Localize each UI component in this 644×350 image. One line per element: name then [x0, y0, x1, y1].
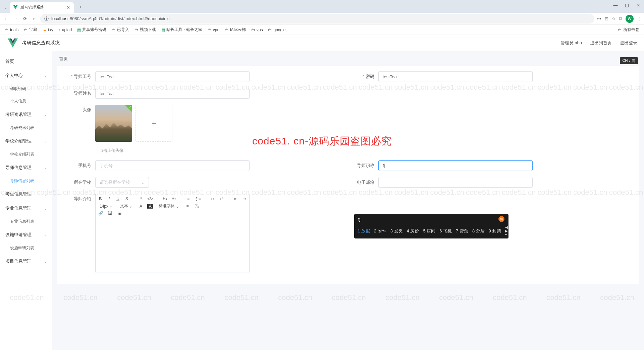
- strike-icon[interactable]: S: [124, 196, 129, 201]
- ime-candidate[interactable]: 4 房价: [407, 228, 419, 234]
- reload-button[interactable]: ⟳: [21, 15, 28, 22]
- list-ordered-icon[interactable]: ≡: [186, 196, 191, 201]
- browser-tab[interactable]: 后台管理系统 ✕: [10, 2, 74, 13]
- superscript-icon[interactable]: x²: [218, 196, 224, 201]
- ime-candidate[interactable]: 8 分居: [472, 228, 485, 234]
- name-input[interactable]: [95, 88, 250, 99]
- sidebar-sub-facility-list[interactable]: 设施申请列表: [0, 242, 52, 254]
- home-button[interactable]: ⌂: [31, 15, 38, 22]
- sidebar-sub-school-list[interactable]: 学校介绍列表: [0, 148, 52, 161]
- align-icon[interactable]: ≡: [184, 204, 191, 209]
- exit-to-home[interactable]: 退出到首页: [590, 40, 612, 46]
- ime-candidate[interactable]: 3 发夹: [390, 228, 403, 234]
- sidebar-sub-teacher-list[interactable]: 导师信息列表: [0, 175, 52, 187]
- clear-format-icon[interactable]: Tₓ: [194, 204, 200, 209]
- logout-button[interactable]: 退出登录: [620, 40, 637, 46]
- minimize-button[interactable]: —: [612, 3, 619, 8]
- video-icon[interactable]: ▣: [116, 211, 122, 216]
- password-input[interactable]: [378, 71, 533, 82]
- ime-candidate[interactable]: 6 飞机: [439, 228, 452, 234]
- ime-brand-icon: 狗: [498, 216, 504, 222]
- font-type-select[interactable]: 文本 ⌄: [118, 203, 135, 209]
- bookmark-item[interactable]: 🗀宝藏: [22, 26, 39, 33]
- sidebar-item-home[interactable]: 首页: [0, 54, 52, 69]
- font-family-select[interactable]: 标准字体 ⌄: [157, 203, 181, 209]
- editor-content[interactable]: [96, 218, 249, 272]
- quote-icon[interactable]: ❝: [139, 196, 144, 201]
- all-bookmarks[interactable]: 🗀所有书签: [616, 26, 641, 33]
- ime-candidate[interactable]: 7 费劲: [456, 228, 468, 234]
- title-input[interactable]: [378, 160, 533, 171]
- bookmark-icon[interactable]: ☆: [612, 16, 616, 21]
- ime-candidate[interactable]: 5 房间: [423, 228, 435, 234]
- bookmark-item[interactable]: ↑uplod: [57, 27, 74, 33]
- ime-page-nav[interactable]: ◀ ▶ ▾: [505, 225, 508, 236]
- ime-candidate[interactable]: 9 封禁: [489, 228, 501, 234]
- bookmark-item[interactable]: 🗀google: [266, 27, 287, 33]
- close-tab-icon[interactable]: ✕: [66, 5, 71, 10]
- bold-icon[interactable]: B: [98, 196, 103, 201]
- profile-avatar[interactable]: W: [626, 15, 634, 23]
- new-tab-button[interactable]: +: [76, 2, 85, 11]
- forward-button[interactable]: →: [12, 15, 19, 22]
- avatar-upload-button[interactable]: +: [136, 105, 172, 142]
- list-bullet-icon[interactable]: ⋮≡: [195, 196, 201, 201]
- font-size-select[interactable]: 14px ⌄: [98, 204, 115, 209]
- sidebar-item-student[interactable]: 考生信息管理⌄: [0, 187, 52, 201]
- sidebar-item-major[interactable]: 专业信息管理⌄: [0, 201, 52, 215]
- indent-left-icon[interactable]: ⇤: [233, 196, 238, 201]
- url-text: localhost:8080/ssmAg4LG/admin/dist/index…: [51, 16, 170, 21]
- sidebar-item-teacher[interactable]: 导师信息管理⌄: [0, 161, 52, 175]
- sidebar-item-school[interactable]: 学校介绍管理⌄: [0, 134, 52, 148]
- key-icon[interactable]: ⊶: [597, 16, 601, 21]
- maximize-button[interactable]: ▢: [624, 3, 630, 8]
- ime-candidate[interactable]: 1 放假: [358, 228, 370, 234]
- bookmark-item[interactable]: ▤共享账号密码: [75, 26, 108, 33]
- bookmark-item[interactable]: 🗀已导入: [110, 26, 131, 33]
- extensions-icon[interactable]: ⧉: [619, 16, 622, 21]
- sidebar-item-facility[interactable]: 设施申请管理⌄: [0, 228, 52, 242]
- h1-icon[interactable]: H₁: [162, 196, 168, 201]
- underline-icon[interactable]: U: [115, 196, 120, 201]
- user-label[interactable]: 管理员 abo: [560, 40, 582, 46]
- subscript-icon[interactable]: x₂: [210, 196, 215, 201]
- text-color-icon[interactable]: A: [138, 204, 144, 209]
- bookmark-item[interactable]: 🗀tools: [3, 27, 20, 33]
- qr-icon[interactable]: ⊡: [605, 16, 608, 21]
- code-icon[interactable]: </>: [147, 196, 153, 201]
- image-icon[interactable]: 🖼: [107, 211, 113, 216]
- h2-icon[interactable]: H₂: [171, 196, 176, 201]
- bookmark-item[interactable]: 🗀vps: [249, 27, 265, 33]
- menu-icon[interactable]: ⋮: [637, 16, 641, 21]
- bookmark-item[interactable]: ▤站长工具 - 站长之家: [159, 26, 204, 33]
- link-icon[interactable]: 🔗: [98, 211, 104, 216]
- sidebar-item-news[interactable]: 考研资讯管理⌄: [0, 107, 52, 122]
- ime-candidate[interactable]: 2 附件: [374, 228, 386, 234]
- school-select[interactable]: 请选择所在学校⌄: [95, 177, 149, 188]
- sidebar-item-personal[interactable]: 个人中心⌄: [0, 69, 52, 83]
- form-card: *导师工号 *密码 导师姓名 头像: [57, 66, 639, 284]
- indent-right-icon[interactable]: ⇥: [242, 196, 247, 201]
- sidebar-item-project[interactable]: 项目信息管理⌄: [0, 254, 52, 268]
- sidebar-sub-profile[interactable]: 个人信息: [0, 95, 52, 107]
- phone-input[interactable]: [95, 160, 250, 171]
- avatar-preview[interactable]: [95, 105, 132, 142]
- bookmark-item[interactable]: 🗀视频下载: [132, 26, 158, 33]
- email-input[interactable]: [378, 177, 533, 188]
- tab-dropdown[interactable]: ⌄: [2, 4, 9, 11]
- bookmark-item[interactable]: 🗀vpn: [206, 27, 221, 33]
- url-input[interactable]: ⓘ localhost:8080/ssmAg4LG/admin/dist/ind…: [40, 14, 594, 24]
- back-button[interactable]: ←: [3, 15, 9, 22]
- sheet-icon: ▤: [161, 28, 165, 32]
- ime-indicator[interactable]: CH ♪ 简: [620, 57, 638, 64]
- italic-icon[interactable]: I: [106, 196, 112, 201]
- sidebar-sub-news-list[interactable]: 考研资讯列表: [0, 122, 52, 134]
- bookmark-item[interactable]: 🗀Max云梯: [223, 26, 248, 33]
- site-info-icon[interactable]: ⓘ: [44, 16, 49, 22]
- sidebar-sub-major-list[interactable]: 专业信息列表: [0, 215, 52, 228]
- bg-color-icon[interactable]: A: [147, 204, 153, 209]
- sidebar-sub-password[interactable]: 修改密码: [0, 83, 52, 95]
- close-window-button[interactable]: ✕: [635, 3, 641, 8]
- teacher-id-input[interactable]: [95, 71, 250, 82]
- bookmark-item[interactable]: ☁txy: [41, 27, 55, 33]
